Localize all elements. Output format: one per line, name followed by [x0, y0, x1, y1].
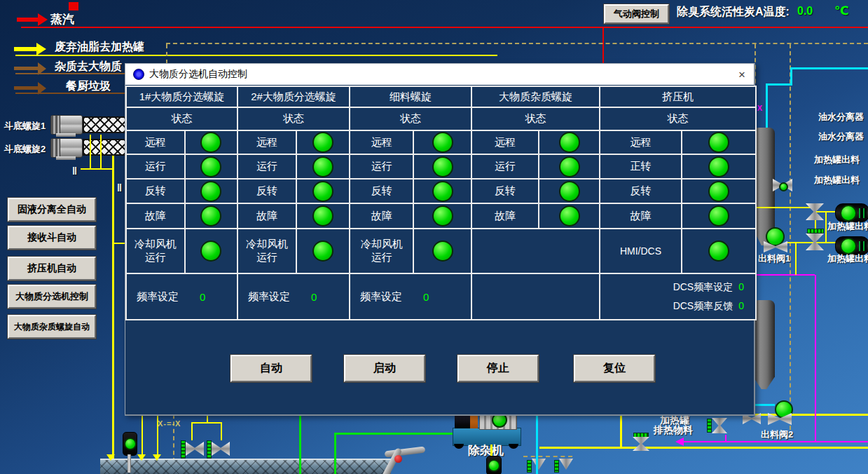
row-label: 故障: [371, 210, 392, 223]
deodorize-temp-label: 除臭系统活性炭A温度:: [677, 5, 790, 20]
funnel-valve2-stem: [554, 460, 559, 473]
row-label: 故障: [256, 210, 277, 223]
dialog-titlebar[interactable]: 大物质分选机自动控制 ×: [125, 64, 754, 85]
kitchen-label: 餐厨垃圾: [66, 79, 111, 94]
funnel-valve2-icon: [559, 459, 573, 470]
reset-button[interactable]: 复位: [574, 355, 655, 382]
valve-r3-stem: [807, 229, 824, 233]
motor1-icon: [50, 115, 83, 135]
dashed-bc: [523, 456, 572, 457]
col3-row-run: 运行: [350, 155, 471, 180]
row-label: 冷却风机: [361, 238, 403, 251]
dcs-feedback-value: 0: [738, 300, 744, 313]
col1-title: 1#大物质分选螺旋: [127, 87, 237, 108]
pipe-r-1: [753, 207, 816, 208]
indicator-light: [432, 241, 453, 262]
magenta-bottom: [684, 441, 868, 442]
motor2-icon: [50, 138, 83, 158]
col3-title: 细料螺旋: [350, 87, 471, 108]
indicator-light: [708, 241, 729, 262]
hopper-screw1-label: 斗底螺旋1: [4, 120, 46, 133]
oil-water-separator2-label: 油水分离器: [818, 130, 864, 143]
arrow-into-trough3: [153, 454, 161, 461]
indicator-light: [559, 132, 580, 153]
col3-row-remote: 远程: [350, 131, 471, 155]
row-label: 故障: [495, 210, 516, 223]
kitchen-pipe: [15, 93, 130, 94]
sorter-dialog: 大物质分选机自动控制 × 1#大物质分选螺旋 状态 远程 运行 反转 故障 冷却…: [125, 63, 755, 416]
dialog-title: 大物质分选机自动控制: [149, 68, 247, 81]
col1-row-reverse: 反转: [127, 180, 237, 204]
row-label: 远程: [145, 136, 166, 149]
valve-br2-icon: [712, 418, 727, 433]
waste-oil-pipe: [15, 55, 497, 56]
solid-liquid-auto-button[interactable]: 固液分离全自动: [8, 198, 96, 222]
sorter-control-button[interactable]: 大物质分选机控制: [8, 285, 96, 309]
row-label: 运行: [495, 160, 516, 173]
col4-empty-freq: [472, 274, 599, 319]
freq-value: 0: [423, 291, 429, 303]
indicator-light: [312, 241, 333, 262]
kitchen-arrow: [14, 86, 38, 90]
steam-label: 蒸汽: [50, 11, 74, 27]
valve-bl1-stem: [181, 440, 186, 459]
row-label: 反转: [630, 184, 651, 198]
indicator-light: [200, 156, 221, 177]
indicator-light: [432, 156, 453, 177]
auto-button[interactable]: 自动: [230, 355, 312, 382]
collection-trough: [100, 459, 391, 474]
col1-row-fault: 故障: [127, 204, 237, 229]
row-label: 运行: [371, 251, 392, 264]
valve-bl2-icon: [212, 442, 230, 456]
stop-button[interactable]: 停止: [457, 355, 539, 382]
freq-value: 0: [311, 291, 317, 303]
close-icon[interactable]: ×: [738, 69, 745, 81]
col5-row-remote: 远程: [600, 131, 755, 155]
row-label: 反转: [495, 184, 516, 198]
magenta-arrow-head: [675, 438, 684, 446]
heat-tank-label-line2: 排热物料: [654, 424, 693, 437]
hopper-auto-button[interactable]: 接收斗自动: [8, 226, 96, 250]
oil-water-separator1-label: 油水分离器: [818, 111, 864, 123]
arrow-into-trough1: [106, 454, 115, 461]
valve-br1-icon: [633, 437, 649, 451]
col3-freq: 频率设定0: [350, 274, 471, 319]
row-label: 运行: [145, 160, 166, 173]
valve-r1-knob: [779, 182, 788, 191]
pump-indicator-stem: [128, 454, 131, 473]
cyan-pipe-bottom: [536, 414, 538, 474]
col5-row-reverse: 反转: [600, 180, 755, 204]
pneumatic-valve-control-button[interactable]: 气动阀控制: [604, 4, 669, 24]
valve-bl2-stem: [207, 440, 212, 459]
dcs-set-value: 0: [738, 281, 744, 294]
indicator-light: [312, 156, 333, 177]
pipe-break2: ‖: [117, 182, 122, 194]
col4-row-reverse: 反转: [472, 180, 599, 204]
discharge-valve2-label: 出料阀2: [761, 428, 793, 441]
dashed-drop-right2: [790, 44, 791, 437]
row-label: 运行: [256, 251, 277, 264]
col2-status-header: 状态: [238, 108, 349, 131]
col1-status-header: 状态: [127, 108, 237, 131]
funnel-valve1-stem: [527, 460, 532, 473]
row-label: 远程: [371, 136, 392, 149]
col5-title: 挤压机: [600, 87, 755, 108]
start-button[interactable]: 启动: [344, 355, 425, 382]
pump-indicator-left: [123, 432, 137, 456]
indicator-light: [200, 181, 221, 202]
indicator-light: [708, 181, 729, 202]
indicator-light: [432, 181, 453, 202]
pipe-left-a: [90, 135, 91, 168]
col2-row-run: 运行: [238, 155, 349, 180]
impurity-screw-auto-button[interactable]: 大物质杂质螺旋自动: [8, 315, 96, 339]
funnel-valve1-icon: [532, 459, 546, 470]
table-col-screw2: 2#大物质分选螺旋 状态 远程 运行 反转 故障 冷却风机运行 频率设定0: [237, 86, 350, 320]
col2-title: 2#大物质分选螺旋: [238, 87, 349, 108]
machine-indicator: [486, 456, 502, 474]
valve-br1-stem: [633, 433, 649, 438]
magenta-top: [757, 274, 815, 276]
dcs-set-label: DCS频率设定: [673, 281, 733, 294]
machine-block-dark: [455, 414, 470, 428]
extruder-auto-button[interactable]: 挤压机自动: [8, 257, 96, 280]
col2-row-fan: 冷却风机运行: [238, 229, 349, 274]
